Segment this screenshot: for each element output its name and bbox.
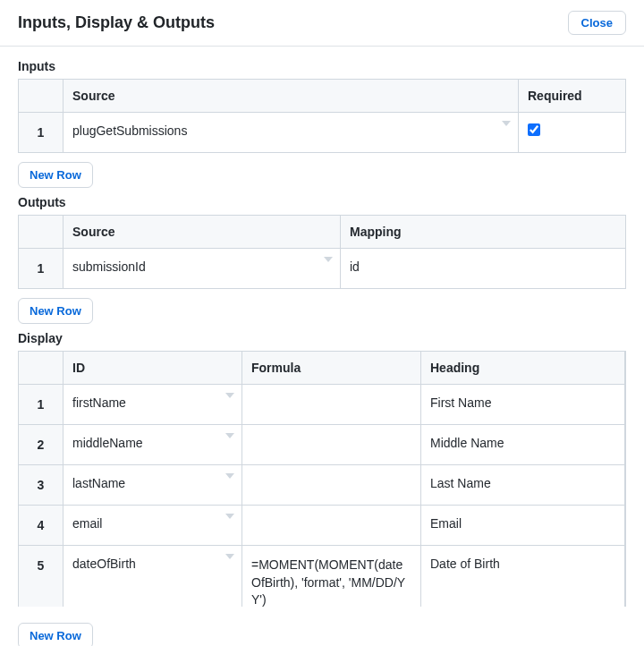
- table-row: 1 firstName First Name: [19, 385, 625, 425]
- display-heading-cell[interactable]: Middle Name: [421, 425, 625, 465]
- display-formula-cell[interactable]: [242, 465, 421, 506]
- display-id-value: lastName: [72, 476, 125, 490]
- inputs-required-cell: [519, 113, 626, 153]
- chevron-down-icon: [324, 257, 333, 262]
- display-formula-value: =MOMENT(MOMENT(dateOfBirth), 'format', '…: [251, 557, 405, 607]
- row-number: 2: [19, 425, 64, 465]
- display-formula-cell[interactable]: [242, 425, 421, 465]
- display-heading-cell[interactable]: Last Name: [421, 465, 625, 506]
- inputs-table: Source Required 1 plugGetSubmissions: [18, 79, 626, 153]
- outputs-section-title: Outputs: [18, 195, 626, 209]
- table-row: 1 submissionId id: [19, 249, 626, 289]
- row-number: 5: [19, 546, 64, 608]
- display-id-value: dateOfBirth: [72, 557, 136, 571]
- display-heading-cell[interactable]: Email: [421, 506, 625, 546]
- outputs-rownum-header: [19, 216, 64, 249]
- display-id-cell[interactable]: dateOfBirth: [64, 546, 242, 608]
- display-heading-cell[interactable]: Date of Birth: [421, 546, 625, 608]
- outputs-table: Source Mapping 1 submissionId id: [18, 215, 626, 289]
- row-number: 1: [19, 385, 64, 425]
- display-heading-cell[interactable]: First Name: [421, 385, 625, 425]
- display-id-header: ID: [64, 352, 242, 385]
- table-row: 5 dateOfBirth =MOMENT(MOMENT(dateOfBirth…: [19, 546, 625, 608]
- display-heading-value: Last Name: [430, 476, 491, 490]
- display-rownum-header: [19, 352, 64, 385]
- display-heading-value: First Name: [430, 395, 491, 410]
- display-id-value: middleName: [72, 436, 143, 450]
- outputs-source-cell[interactable]: submissionId: [64, 249, 341, 289]
- display-id-cell[interactable]: middleName: [64, 425, 242, 465]
- inputs-new-row-button[interactable]: New Row: [18, 162, 93, 188]
- table-row: 4 email Email: [19, 506, 625, 546]
- inputs-section: Inputs Source Required 1 plugGetSubmissi…: [18, 59, 626, 188]
- display-id-cell[interactable]: firstName: [64, 385, 242, 425]
- table-row: 1 plugGetSubmissions: [19, 113, 626, 153]
- inputs-source-header: Source: [64, 80, 519, 113]
- row-number: 1: [19, 113, 64, 153]
- display-formula-header: Formula: [242, 352, 421, 385]
- chevron-down-icon: [502, 121, 511, 126]
- panel-title: Inputs, Display & Outputs: [18, 13, 215, 32]
- panel-header: Inputs, Display & Outputs Close: [0, 0, 644, 47]
- outputs-mapping-cell[interactable]: id: [341, 249, 626, 289]
- outputs-mapping-header: Mapping: [341, 216, 626, 249]
- display-section-title: Display: [18, 331, 626, 345]
- close-button[interactable]: Close: [568, 11, 626, 35]
- display-id-value: firstName: [72, 395, 126, 410]
- chevron-down-icon: [225, 433, 234, 438]
- table-row: 2 middleName Middle Name: [19, 425, 625, 465]
- inputs-rownum-header: [19, 80, 64, 113]
- chevron-down-icon: [225, 514, 234, 519]
- display-id-cell[interactable]: lastName: [64, 465, 242, 506]
- inputs-source-cell[interactable]: plugGetSubmissions: [64, 113, 519, 153]
- display-heading-value: Middle Name: [430, 436, 504, 450]
- row-number: 3: [19, 465, 64, 506]
- display-formula-cell[interactable]: [242, 385, 421, 425]
- outputs-source-header: Source: [64, 216, 341, 249]
- row-number: 4: [19, 506, 64, 546]
- display-scroll[interactable]: ID Formula Heading 1 firstName: [18, 351, 625, 607]
- table-row: 3 lastName Last Name: [19, 465, 625, 506]
- chevron-down-icon: [225, 473, 234, 479]
- display-table: ID Formula Heading 1 firstName: [18, 351, 625, 607]
- outputs-source-value: submissionId: [72, 259, 146, 274]
- required-checkbox[interactable]: [528, 123, 540, 136]
- outputs-new-row-button[interactable]: New Row: [18, 298, 93, 324]
- outputs-mapping-value: id: [350, 259, 360, 274]
- display-formula-cell[interactable]: [242, 506, 421, 546]
- row-number: 1: [19, 249, 64, 289]
- display-id-cell[interactable]: email: [64, 506, 242, 546]
- inputs-source-value: plugGetSubmissions: [72, 123, 187, 138]
- chevron-down-icon: [225, 554, 234, 559]
- inputs-required-header: Required: [519, 80, 626, 113]
- display-heading-value: Date of Birth: [430, 557, 500, 571]
- display-heading-value: Email: [430, 516, 462, 531]
- display-new-row-button[interactable]: New Row: [18, 623, 93, 646]
- display-id-value: email: [72, 516, 102, 531]
- chevron-down-icon: [225, 393, 234, 398]
- outputs-section: Outputs Source Mapping 1 submissionId: [18, 195, 626, 324]
- display-formula-cell[interactable]: =MOMENT(MOMENT(dateOfBirth), 'format', '…: [242, 546, 421, 608]
- inputs-section-title: Inputs: [18, 59, 626, 73]
- display-section: Display ID Formula Heading 1: [18, 331, 626, 607]
- display-heading-header: Heading: [421, 352, 625, 385]
